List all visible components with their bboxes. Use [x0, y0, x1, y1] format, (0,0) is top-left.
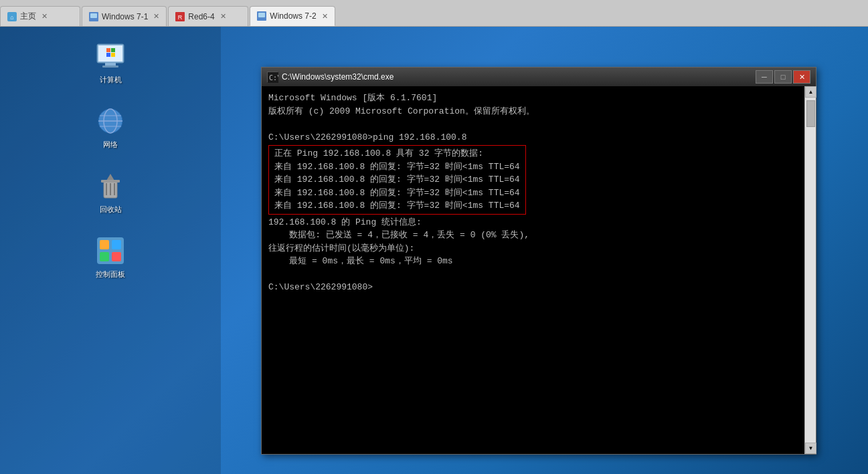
cmd-body: Microsoft Windows [版本 6.1.7601] 版权所有 (c)…: [262, 86, 816, 454]
cmd-window-buttons: ─ □ ✕: [756, 70, 810, 84]
tab-win7-1-label: Windows 7-1: [102, 12, 148, 21]
scrollbar-track[interactable]: [805, 98, 816, 443]
computer-svg: [94, 40, 126, 72]
control-panel-label: 控制面板: [96, 269, 125, 279]
cmd-titlebar: C:\ C:\Windows\system32\cmd.exe ─ □ ✕: [262, 68, 816, 86]
tab-win7-2-close[interactable]: ✕: [322, 12, 328, 21]
svg-text:C:\: C:\: [269, 74, 278, 82]
scrollbar-up-button[interactable]: ▲: [805, 86, 816, 98]
svg-text:⌂: ⌂: [10, 14, 13, 21]
svg-rect-32: [100, 252, 109, 261]
network-svg: [94, 105, 126, 137]
tab-home-close[interactable]: ✕: [41, 12, 48, 21]
cmd-maximize-button[interactable]: □: [774, 70, 792, 84]
svg-rect-30: [100, 240, 109, 249]
svg-rect-13: [102, 66, 118, 68]
svg-rect-12: [105, 63, 116, 66]
svg-rect-16: [106, 53, 110, 57]
tab-home[interactable]: ⌂ 主页 ✕: [0, 6, 80, 26]
tab-win7-1-close[interactable]: ✕: [153, 12, 159, 21]
tab-win7-1[interactable]: Windows 7-1 ✕: [82, 6, 167, 26]
recycle-icon[interactable]: 回收站: [84, 170, 137, 215]
browser-tab-bar: ⌂ 主页 ✕ Windows 7-1 ✕ R Red6-4 ✕: [0, 0, 868, 27]
svg-rect-3: [90, 13, 97, 18]
vm-icon-1: [89, 12, 98, 21]
computer-label: 计算机: [100, 75, 122, 85]
cmd-scrollbar[interactable]: ▲ ▼: [804, 86, 816, 454]
svg-marker-23: [106, 174, 114, 181]
tab-red6-4[interactable]: R Red6-4 ✕: [168, 6, 248, 26]
recycle-label: 回收站: [100, 205, 122, 215]
svg-rect-8: [258, 13, 265, 17]
tab-red6-4-label: Red6-4: [188, 12, 214, 21]
svg-rect-28: [101, 180, 120, 183]
cmd-title: C:\Windows\system32\cmd.exe: [282, 72, 756, 82]
svg-rect-33: [112, 252, 121, 261]
tab-win7-2[interactable]: Windows 7-2 ✕: [250, 6, 335, 26]
desktop: 计算机 网络 回收站: [0, 27, 868, 474]
svg-rect-15: [111, 48, 115, 52]
tab-red6-4-close[interactable]: ✕: [220, 12, 226, 21]
control-panel-icon[interactable]: 控制面板: [84, 235, 137, 279]
vm-icon-3: [257, 11, 266, 21]
cmd-window: C:\ C:\Windows\system32\cmd.exe ─ □ ✕ Mi…: [261, 67, 816, 455]
computer-icon[interactable]: 计算机: [84, 40, 137, 85]
vm-icon-2: R: [175, 12, 185, 21]
cmd-content[interactable]: Microsoft Windows [版本 6.1.7601] 版权所有 (c)…: [262, 86, 804, 454]
home-icon: ⌂: [7, 12, 17, 21]
svg-rect-4: [92, 19, 95, 20]
network-label: 网络: [103, 140, 118, 150]
scrollbar-thumb[interactable]: [806, 100, 815, 127]
network-icon[interactable]: 网络: [84, 105, 137, 150]
svg-rect-17: [111, 53, 115, 57]
svg-text:R: R: [178, 14, 183, 21]
recycle-svg: [94, 170, 126, 202]
cmd-minimize-button[interactable]: ─: [756, 70, 773, 84]
tab-win7-2-label: Windows 7-2: [270, 11, 316, 21]
cmd-icon: C:\: [267, 72, 278, 82]
tab-home-label: 主页: [20, 11, 36, 22]
svg-rect-14: [106, 48, 110, 52]
cmd-close-button[interactable]: ✕: [793, 70, 810, 84]
svg-rect-31: [112, 240, 121, 249]
svg-rect-9: [260, 18, 263, 19]
scrollbar-down-button[interactable]: ▼: [805, 443, 816, 454]
control-panel-svg: [94, 235, 126, 267]
desktop-icons: 计算机 网络 回收站: [0, 27, 221, 474]
